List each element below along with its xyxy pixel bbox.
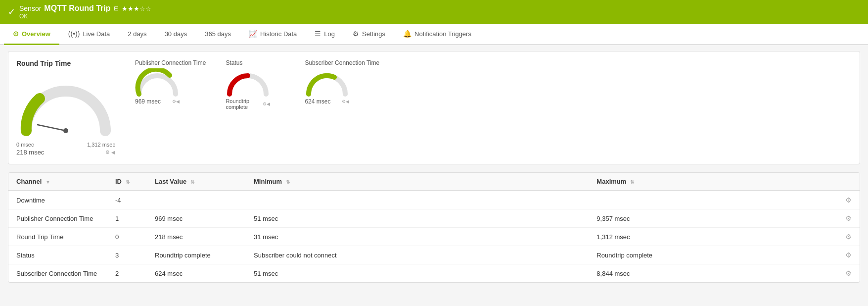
page-title: MQTT Round Trip xyxy=(44,4,110,13)
cell-maximum xyxy=(589,191,837,209)
publisher-settings-icon[interactable]: ⚙◀ xyxy=(172,99,180,104)
tab-historicdata[interactable]: 📈 Historic Data xyxy=(240,24,306,45)
gauge-max-label: 1,312 msec xyxy=(87,142,115,148)
gauge-min-label: 0 msec xyxy=(16,142,34,148)
status-gauge: Status Roundtrip complete ⚙◀ xyxy=(226,59,285,110)
col-header-minimum[interactable]: Minimum ⇅ xyxy=(246,173,589,191)
publisher-gauge: Publisher Connection Time 969 msec ⚙◀ xyxy=(135,59,206,105)
tab-365days-label: 365 days xyxy=(205,30,231,38)
cell-id: -4 xyxy=(107,191,147,209)
cell-minimum: Subscriber could not connect xyxy=(246,246,589,264)
livedata-icon: ((•)) xyxy=(68,30,80,38)
cell-id: 0 xyxy=(107,228,147,246)
svg-point-1 xyxy=(63,128,68,133)
cell-channel: Round Trip Time xyxy=(8,228,107,246)
tab-log[interactable]: ☰ Log xyxy=(306,24,344,45)
minimum-sort-icon: ⇅ xyxy=(286,179,290,185)
round-trip-value: 218 msec xyxy=(16,149,44,156)
round-trip-gauge-title: Round Trip Time xyxy=(16,59,115,67)
cell-maximum: 1,312 msec xyxy=(589,228,837,246)
cell-action: ⚙ xyxy=(837,191,860,209)
tab-triggers[interactable]: 🔔 Notification Triggers xyxy=(394,24,480,45)
tab-livedata[interactable]: ((•)) Live Data xyxy=(59,24,119,45)
col-header-maximum[interactable]: Maximum ⇅ xyxy=(589,173,837,191)
gauge-panel: Round Trip Time 0 msec 1,312 msec xyxy=(8,51,860,164)
gauge-bottom-row: 0 msec 1,312 msec xyxy=(16,142,115,148)
subscriber-settings-icon[interactable]: ⚙◀ xyxy=(342,99,349,104)
tab-livedata-label: Live Data xyxy=(83,30,110,38)
col-header-id[interactable]: ID ⇅ xyxy=(107,173,147,191)
tab-2days[interactable]: 2 days xyxy=(119,24,155,45)
cell-channel: Downtime xyxy=(8,191,107,209)
round-trip-gauge-wrapper: 0 msec 1,312 msec 218 msec ⚙ ◀ xyxy=(16,71,115,156)
pin-icon: ⊟ xyxy=(114,5,119,12)
tab-overview[interactable]: ⊙ Overview xyxy=(4,24,59,45)
col-header-channel[interactable]: Channel ▼ xyxy=(8,173,107,191)
cell-minimum: 51 msec xyxy=(246,264,589,283)
log-icon: ☰ xyxy=(315,30,321,38)
status-gauge-svg xyxy=(226,68,270,98)
row-action-icon[interactable]: ⚙ xyxy=(845,196,852,204)
channel-sort-icon: ▼ xyxy=(46,179,50,185)
id-sort-icon: ⇅ xyxy=(126,179,130,185)
cell-minimum: 51 msec xyxy=(246,209,589,228)
publisher-gauge-svg xyxy=(135,68,180,98)
status-check-icon: ✓ xyxy=(8,6,15,17)
cell-id: 3 xyxy=(107,246,147,264)
cell-id: 2 xyxy=(107,264,147,283)
publisher-gauge-title: Publisher Connection Time xyxy=(135,59,206,66)
sensor-status: OK xyxy=(19,13,151,20)
cell-action: ⚙ xyxy=(837,228,860,246)
row-action-icon[interactable]: ⚙ xyxy=(845,214,852,222)
status-settings-icon[interactable]: ⚙◀ xyxy=(263,102,270,106)
cell-lastvalue: Roundtrip complete xyxy=(147,246,246,264)
cell-maximum: 8,844 msec xyxy=(589,264,837,283)
subscriber-gauge-svg xyxy=(305,68,349,98)
overview-icon: ⊙ xyxy=(13,30,19,38)
cell-maximum: Roundtrip complete xyxy=(589,246,837,264)
subscriber-gauge: Subscriber Connection Time 624 msec ⚙◀ xyxy=(305,59,379,105)
tab-overview-label: Overview xyxy=(22,30,50,38)
row-action-icon[interactable]: ⚙ xyxy=(845,233,852,241)
tab-365days[interactable]: 365 days xyxy=(196,24,240,45)
cell-id: 1 xyxy=(107,209,147,228)
tab-settings[interactable]: ⚙ Settings xyxy=(344,24,394,45)
cell-lastvalue: 624 msec xyxy=(147,264,246,283)
tab-historicdata-label: Historic Data xyxy=(260,30,297,38)
tab-triggers-label: Notification Triggers xyxy=(414,30,471,38)
subscriber-gauge-title: Subscriber Connection Time xyxy=(305,59,379,66)
tab-settings-label: Settings xyxy=(362,30,385,38)
table-row: Publisher Connection Time 1 969 msec 51 … xyxy=(8,209,860,228)
settings-icon: ⚙ xyxy=(353,30,359,38)
publisher-gauge-value: 969 msec xyxy=(135,98,161,105)
sensor-label: Sensor xyxy=(19,4,41,12)
cell-lastvalue: 969 msec xyxy=(147,209,246,228)
cell-minimum xyxy=(246,191,589,209)
table-row: Subscriber Connection Time 2 624 msec 51… xyxy=(8,264,860,283)
cell-channel: Status xyxy=(8,246,107,264)
tab-navigation: ⊙ Overview ((•)) Live Data 2 days 30 day… xyxy=(0,24,868,45)
header-bar: ✓ Sensor MQTT Round Trip ⊟ ★★★☆☆ OK xyxy=(0,0,868,24)
cell-action: ⚙ xyxy=(837,246,860,264)
round-trip-gauge: Round Trip Time 0 msec 1,312 msec xyxy=(16,59,115,156)
tab-30days[interactable]: 30 days xyxy=(156,24,196,45)
cell-action: ⚙ xyxy=(837,209,860,228)
round-trip-settings-icon[interactable]: ⚙ ◀ xyxy=(105,150,115,155)
cell-maximum: 9,357 msec xyxy=(589,209,837,228)
cell-minimum: 31 msec xyxy=(246,228,589,246)
historicdata-icon: 📈 xyxy=(249,30,257,38)
tab-log-label: Log xyxy=(324,30,335,38)
status-gauge-title: Status xyxy=(226,59,242,66)
col-header-action xyxy=(837,173,860,191)
row-action-icon[interactable]: ⚙ xyxy=(845,251,852,259)
table-header-row: Channel ▼ ID ⇅ Last Value ⇅ Minimum ⇅ Ma… xyxy=(8,173,860,191)
col-header-lastvalue[interactable]: Last Value ⇅ xyxy=(147,173,246,191)
star-rating[interactable]: ★★★☆☆ xyxy=(122,5,151,12)
cell-lastvalue xyxy=(147,191,246,209)
cell-channel: Subscriber Connection Time xyxy=(8,264,107,283)
maximum-sort-icon: ⇅ xyxy=(630,179,634,185)
table-row: Downtime -4 ⚙ xyxy=(8,191,860,209)
row-action-icon[interactable]: ⚙ xyxy=(845,269,852,277)
lastvalue-sort-icon: ⇅ xyxy=(190,179,194,185)
round-trip-gauge-svg xyxy=(19,71,113,141)
